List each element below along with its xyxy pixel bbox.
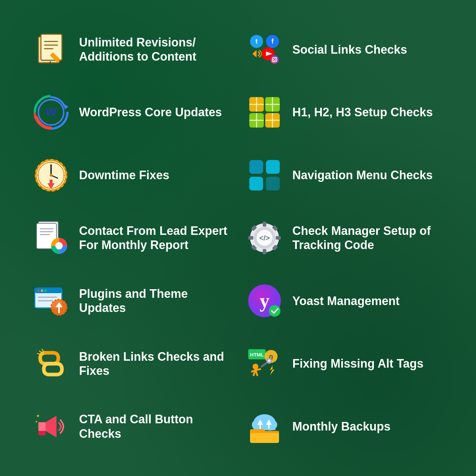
svg-text:f: f <box>271 38 273 45</box>
label-backups: Monthly Backups <box>293 419 391 434</box>
item-wordpress: W WordPress Core Updates <box>26 83 237 142</box>
item-downtime: Downtime Fixes <box>26 145 237 205</box>
icon-backup <box>246 408 283 445</box>
svg-point-46 <box>50 187 52 189</box>
icon-social: t f <box>246 31 283 68</box>
label-navigation: Navigation Menu Checks <box>293 168 433 182</box>
svg-point-42 <box>50 174 53 177</box>
label-unlimited-revisions: Unlimited Revisions/Additions to Content <box>79 35 196 64</box>
svg-marker-101 <box>270 365 274 375</box>
icon-report <box>33 220 69 256</box>
svg-text:✦: ✦ <box>35 420 38 424</box>
svg-rect-50 <box>266 160 280 174</box>
svg-point-74 <box>37 290 40 292</box>
label-downtime: Downtime Fixes <box>79 168 169 182</box>
label-contact: Contact From Lead ExpertFor Monthly Repo… <box>79 224 227 252</box>
svg-rect-103 <box>39 422 46 431</box>
svg-rect-63 <box>248 236 253 240</box>
icon-menu <box>246 157 283 193</box>
label-tracking: Check Manager Setup ofTracking Code <box>293 224 431 252</box>
item-cta: ✦ ✦ CTA and Call Button Checks <box>26 397 237 456</box>
svg-text:y: y <box>259 290 269 312</box>
svg-rect-110 <box>254 423 275 430</box>
icon-yoast: y <box>246 283 283 319</box>
svg-marker-11 <box>253 50 256 58</box>
icon-clock <box>33 157 69 193</box>
svg-point-76 <box>44 290 47 292</box>
item-plugins: Plugins and Theme Updates <box>26 271 237 331</box>
icon-links <box>33 346 69 382</box>
svg-point-85 <box>269 305 280 317</box>
svg-rect-64 <box>276 236 281 240</box>
icon-document <box>33 31 69 68</box>
label-broken-links: Broken Links Checks and Fixes <box>79 350 230 378</box>
svg-point-100 <box>267 359 270 362</box>
icon-tracking: </> <box>246 220 283 256</box>
svg-point-59 <box>55 242 63 250</box>
svg-text:HTML: HTML <box>250 352 264 357</box>
icon-html: HTML {} <box>246 346 283 382</box>
svg-rect-104 <box>39 431 46 435</box>
label-social-links: Social Links Checks <box>293 42 407 57</box>
item-headings: H1, H2, H3 Setup Checks <box>240 83 450 142</box>
svg-text:t: t <box>255 38 258 45</box>
item-social-links: t f <box>240 20 450 79</box>
svg-point-47 <box>37 175 39 176</box>
item-contact: Contact From Lead ExpertFor Monthly Repo… <box>26 208 237 268</box>
label-wordpress: WordPress Core Updates <box>79 105 222 119</box>
icon-headings <box>246 94 283 130</box>
icon-megaphone: ✦ ✦ <box>33 408 69 445</box>
svg-rect-49 <box>249 160 263 174</box>
item-backups: Monthly Backups <box>240 397 450 456</box>
item-yoast: y Yoast Management <box>240 271 450 331</box>
item-tracking: </> Check Manager Setup ofTracking Code <box>240 208 450 268</box>
label-headings: H1, H2, H3 Setup Checks <box>293 105 433 119</box>
svg-point-17 <box>276 58 276 59</box>
svg-text:W: W <box>45 105 57 118</box>
item-broken-links: Broken Links Checks and Fixes <box>26 334 237 394</box>
svg-point-14 <box>270 55 279 64</box>
svg-point-48 <box>63 175 65 176</box>
svg-rect-62 <box>263 249 266 254</box>
svg-rect-51 <box>249 177 263 190</box>
label-plugins: Plugins and Theme Updates <box>79 287 230 315</box>
label-cta: CTA and Call Button Checks <box>79 412 230 440</box>
label-yoast: Yoast Management <box>293 294 400 308</box>
main-container: Unlimited Revisions/Additions to Content… <box>0 0 476 476</box>
icon-plugins <box>33 283 69 319</box>
item-alt-tags: HTML {} Fixing Missing Alt Tags <box>240 334 450 394</box>
svg-point-75 <box>41 290 43 292</box>
icon-wordpress: W <box>33 94 69 130</box>
svg-marker-23 <box>65 104 69 109</box>
label-alt-tags: Fixing Missing Alt Tags <box>293 356 424 371</box>
svg-text:</>: </> <box>259 234 270 242</box>
item-unlimited-revisions: Unlimited Revisions/Additions to Content <box>26 20 237 79</box>
svg-rect-52 <box>266 177 280 190</box>
item-navigation: Navigation Menu Checks <box>240 145 450 205</box>
svg-rect-61 <box>263 222 266 227</box>
svg-rect-44 <box>50 180 53 184</box>
svg-text:✦: ✦ <box>36 413 40 418</box>
svg-line-97 <box>255 369 260 370</box>
svg-point-45 <box>50 161 52 163</box>
